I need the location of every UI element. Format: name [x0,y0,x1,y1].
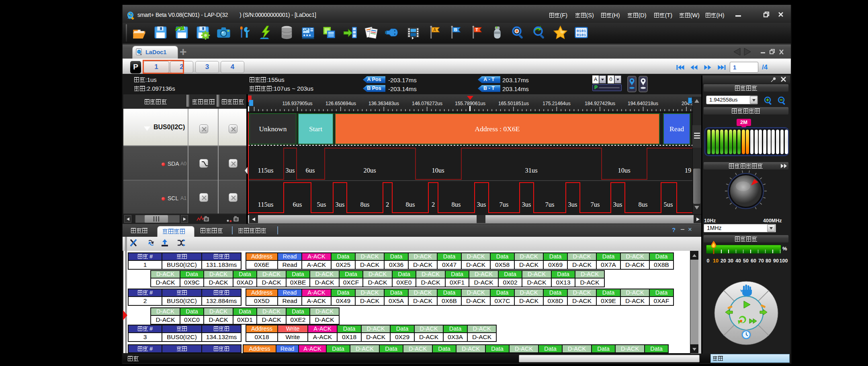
svg-text:B: B [454,27,457,32]
svg-text:A: A [433,27,436,32]
svg-text:0101: 0101 [577,29,586,33]
svg-text:0101: 0101 [577,33,586,37]
svg-text:T: T [475,27,478,32]
